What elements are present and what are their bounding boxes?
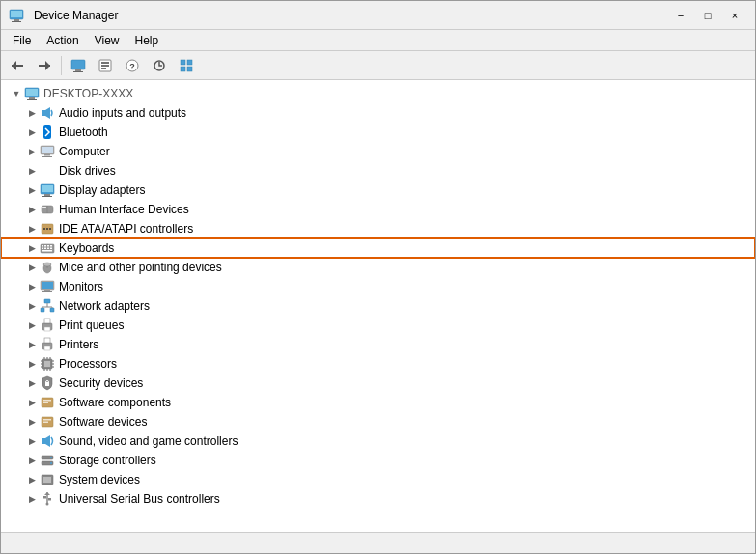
system-label: System devices — [59, 470, 140, 489]
processors-expand-arrow[interactable]: ▶ — [24, 354, 40, 374]
system-expand-arrow[interactable]: ▶ — [24, 470, 40, 489]
tree-view[interactable]: ▼ DESKTOP-XXXX ▶ — [1, 80, 755, 532]
print-expand-arrow[interactable]: ▶ — [24, 316, 40, 335]
tree-item-printers[interactable]: ▶ Printers — [1, 335, 755, 354]
svg-rect-5 — [12, 65, 23, 67]
svg-rect-110 — [48, 498, 51, 501]
sound-expand-arrow[interactable]: ▶ — [24, 431, 40, 451]
svg-rect-19 — [187, 60, 192, 65]
monitors-expand-arrow[interactable]: ▶ — [24, 277, 40, 296]
toolbar-view-btn[interactable] — [174, 54, 199, 77]
printers-expand-arrow[interactable]: ▶ — [24, 335, 40, 354]
title-bar-controls: − □ × — [668, 6, 747, 25]
tree-item-keyboards[interactable]: ▶ Keyboards — [1, 238, 755, 258]
tree-item-disk[interactable]: ▶ Disk drives — [1, 161, 755, 180]
menu-file[interactable]: File — [5, 32, 39, 49]
tree-item-network[interactable]: ▶ Network adapters — [1, 296, 755, 316]
minimize-button[interactable]: − — [668, 6, 693, 25]
mice-expand-arrow[interactable]: ▶ — [24, 258, 40, 277]
svg-point-111 — [46, 503, 49, 506]
software-dev-expand-arrow[interactable]: ▶ — [24, 412, 40, 431]
maximize-button[interactable]: □ — [695, 6, 720, 25]
svg-rect-94 — [43, 400, 51, 402]
audio-expand-arrow[interactable]: ▶ — [24, 103, 40, 123]
svg-rect-8 — [71, 60, 85, 69]
tree-item-processors[interactable]: ▶ — [1, 354, 755, 374]
display-icon — [40, 182, 55, 198]
tree-item-computer[interactable]: ▶ Computer — [1, 142, 755, 161]
tree-item-display[interactable]: ▶ Display adapters — [1, 180, 755, 200]
window-icon — [9, 8, 24, 23]
disk-expand-arrow[interactable]: ▶ — [24, 161, 40, 180]
usb-expand-arrow[interactable]: ▶ — [24, 489, 40, 509]
svg-rect-78 — [44, 361, 50, 367]
svg-rect-61 — [42, 282, 53, 289]
tree-item-system[interactable]: ▶ System devices — [1, 470, 755, 489]
tree-item-sound[interactable]: ▶ Sound, video and game controllers — [1, 431, 755, 451]
toolbar-forward-btn[interactable] — [32, 54, 57, 77]
computer-expand-arrow[interactable]: ▶ — [24, 142, 40, 161]
toolbar-help-btn[interactable]: ? — [120, 54, 145, 77]
root-expand-arrow[interactable]: ▼ — [9, 84, 24, 103]
hid-label: Human Interface Devices — [59, 200, 189, 219]
svg-rect-26 — [42, 110, 45, 116]
usb-label: Universal Serial Bus controllers — [59, 489, 220, 509]
bluetooth-icon — [40, 125, 55, 140]
svg-rect-23 — [26, 89, 38, 96]
software-comp-icon — [40, 395, 55, 410]
toolbar-scan-btn[interactable] — [147, 54, 172, 77]
tree-item-security[interactable]: ▶ Security devices — [1, 374, 755, 393]
tree-item-software-comp[interactable]: ▶ Software components — [1, 393, 755, 412]
software-comp-expand-arrow[interactable]: ▶ — [24, 393, 40, 412]
software-dev-label: Software devices — [59, 412, 147, 431]
svg-rect-21 — [187, 67, 192, 71]
svg-rect-62 — [44, 290, 50, 291]
svg-rect-42 — [42, 207, 46, 208]
svg-rect-106 — [43, 477, 51, 483]
tree-item-audio[interactable]: ▶ Audio inputs and outputs — [1, 103, 755, 123]
menu-help[interactable]: Help — [127, 32, 167, 49]
print-icon — [40, 318, 55, 333]
svg-rect-31 — [44, 154, 50, 156]
hid-icon — [40, 202, 55, 217]
close-button[interactable]: × — [722, 6, 747, 25]
tree-item-storage[interactable]: ▶ Storage controllers — [1, 451, 755, 470]
audio-label: Audio inputs and outputs — [59, 103, 186, 123]
svg-rect-55 — [50, 248, 52, 250]
svg-rect-25 — [27, 99, 37, 100]
security-expand-arrow[interactable]: ▶ — [24, 374, 40, 393]
tree-item-bluetooth[interactable]: ▶ Bluetooth — [1, 123, 755, 142]
display-expand-arrow[interactable]: ▶ — [24, 180, 40, 200]
bluetooth-label: Bluetooth — [59, 123, 108, 142]
tree-item-monitors[interactable]: ▶ Monitors — [1, 277, 755, 296]
tree-item-ide[interactable]: ▶ IDE ATA/ATAPI controllers — [1, 219, 755, 238]
svg-point-45 — [46, 228, 48, 230]
svg-rect-75 — [44, 338, 50, 343]
storage-expand-arrow[interactable]: ▶ — [24, 451, 40, 470]
hid-expand-arrow[interactable]: ▶ — [24, 200, 40, 219]
bluetooth-expand-arrow[interactable]: ▶ — [24, 123, 40, 142]
content-area: ▼ DESKTOP-XXXX ▶ — [1, 80, 755, 532]
toolbar-properties-btn[interactable] — [93, 54, 118, 77]
toolbar-device-manager-btn[interactable] — [66, 54, 91, 77]
toolbar-back-btn[interactable] — [5, 54, 30, 77]
menu-action[interactable]: Action — [39, 32, 86, 49]
svg-rect-56 — [42, 250, 52, 252]
toolbar: ? — [1, 51, 755, 80]
tree-root[interactable]: ▼ DESKTOP-XXXX — [1, 84, 755, 103]
tree-item-usb[interactable]: ▶ Universal Serial Bus controllers — [1, 489, 755, 509]
menu-view[interactable]: View — [87, 32, 127, 49]
mice-icon — [40, 260, 55, 275]
keyboards-expand-arrow[interactable]: ▶ — [24, 238, 40, 258]
svg-rect-20 — [181, 67, 185, 71]
svg-rect-76 — [44, 346, 50, 350]
printers-label: Printers — [59, 335, 98, 354]
tree-item-print[interactable]: ▶ Print queues — [1, 316, 755, 335]
ide-expand-arrow[interactable]: ▶ — [24, 219, 40, 238]
tree-item-mice[interactable]: ▶ Mice and other pointing devices — [1, 258, 755, 277]
tree-item-software-dev[interactable]: ▶ Software devices — [1, 412, 755, 431]
svg-rect-54 — [47, 248, 49, 250]
print-label: Print queues — [59, 316, 124, 335]
tree-item-hid[interactable]: ▶ Human Interface Devices — [1, 200, 755, 219]
network-expand-arrow[interactable]: ▶ — [24, 296, 40, 316]
